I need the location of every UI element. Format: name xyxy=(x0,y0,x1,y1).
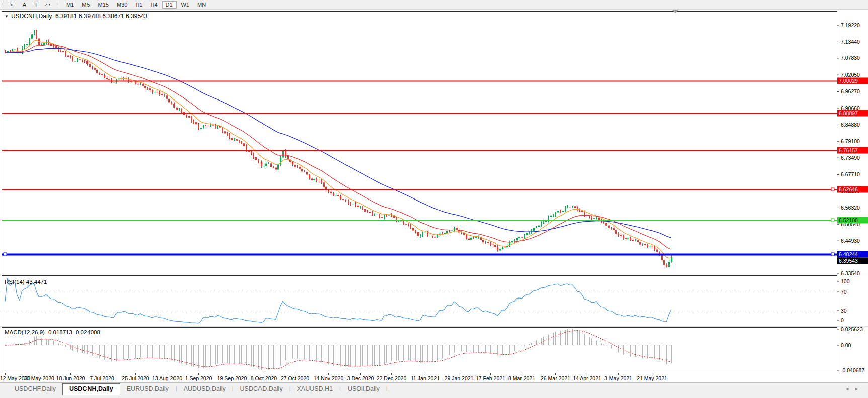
date-tick-label: 27 Oct 2020 xyxy=(281,375,309,381)
price-tick-label: 6.79100 xyxy=(841,138,860,144)
chart-tab-usdchf[interactable]: USDCHF,Daily xyxy=(8,384,62,395)
main-panel-border xyxy=(2,12,837,276)
line-handle[interactable] xyxy=(831,219,834,222)
macd-panel-border xyxy=(2,328,837,373)
price-tick-label: 7.02050 xyxy=(841,72,860,78)
date-tick-label: 7 Jul 2020 xyxy=(90,375,114,381)
line-handle[interactable] xyxy=(4,253,7,256)
rsi-tick-label: 70 xyxy=(841,289,847,295)
rsi-line xyxy=(5,278,671,323)
chart-ohlc-values: 6.39181 6.39788 6.38671 6.39543 xyxy=(55,13,148,20)
mt4-window: FAT↕▾ M1M5M15M30H1H4D1W1MN 7.192207.1344… xyxy=(0,0,868,398)
date-tick-label: 18 Jun 2020 xyxy=(56,375,85,381)
svg-text:6.62646: 6.62646 xyxy=(839,186,858,192)
price-tick-label: 6.56320 xyxy=(841,205,860,211)
chart-tab-eurusd[interactable]: EURUSD,Daily xyxy=(120,384,176,395)
date-tick-label: 21 May 2021 xyxy=(637,375,667,381)
chart-tab-audusd[interactable]: AUDUSD,Daily xyxy=(177,384,232,395)
date-tick-label: 26 Mar 2021 xyxy=(541,375,570,381)
price-tick-label: 6.33540 xyxy=(841,270,860,276)
date-tick-label: 3 May 2021 xyxy=(604,375,632,381)
chart-tab-usdcad[interactable]: USDCAD,Daily xyxy=(234,384,289,395)
line-handle[interactable] xyxy=(831,188,834,191)
macd-indicator-label: MACD(12,26,9) -0.018713 -0.024008 xyxy=(5,329,100,335)
tab-separator: | xyxy=(386,385,388,395)
price-tick-label: 7.13440 xyxy=(841,39,860,45)
rsi-tick-label: 30 xyxy=(841,308,847,314)
price-tick-label: 6.73490 xyxy=(841,155,860,161)
date-tick-label: 29 Jan 2021 xyxy=(445,375,474,381)
rsi-tick-label: 100 xyxy=(841,278,850,284)
macd-tick-label: 0.025623 xyxy=(841,326,863,332)
rsi-name: RSI(14) xyxy=(5,279,25,285)
macd-signal-value: -0.024008 xyxy=(74,329,100,335)
date-tick-label: 19 Sep 2020 xyxy=(217,375,247,381)
date-tick-label: 11 Jan 2021 xyxy=(411,375,440,381)
date-tick-label: 17 Feb 2021 xyxy=(476,375,505,381)
svg-text:7.00029: 7.00029 xyxy=(839,78,858,84)
chart-symbol-label: USDCNH,Daily xyxy=(11,13,52,20)
chart-canvas[interactable]: 7.192207.134407.078307.020506.962706.906… xyxy=(0,0,868,398)
date-tick-label: 8 Oct 2020 xyxy=(251,375,277,381)
rsi-panel-border xyxy=(2,277,837,326)
price-tick-label: 6.96270 xyxy=(841,88,860,94)
macd-histogram xyxy=(6,329,672,370)
date-tick-label: 1 Sep 2020 xyxy=(185,375,212,381)
svg-text:6.88897: 6.88897 xyxy=(839,110,858,116)
tab-scroll-left-icon[interactable]: ◄ xyxy=(845,386,849,391)
date-tick-label: 3 Dec 2020 xyxy=(347,375,374,381)
rsi-indicator-label: RSI(14) 43.4471 xyxy=(5,279,47,285)
horizontal-line-6.40244[interactable] xyxy=(2,253,837,256)
moving-average-8 xyxy=(5,40,671,258)
price-tick-label: 7.19220 xyxy=(841,22,860,28)
price-badge: 7.00029 xyxy=(837,78,868,84)
price-badge: 6.62646 xyxy=(837,186,868,193)
macd-name: MACD(12,26,9) xyxy=(5,329,45,335)
tab-scroll-right-icon[interactable]: ► xyxy=(854,386,859,391)
macd-value: -0.018713 xyxy=(46,329,72,335)
price-badge: 6.52108 xyxy=(837,217,868,224)
macd-tick-label: -0.040687 xyxy=(841,367,864,373)
svg-text:6.52108: 6.52108 xyxy=(839,217,858,223)
chart-tabs: USDCHF,DailyUSDCNH,DailyEURUSD,Daily|AUD… xyxy=(8,383,388,395)
chart-tab-usoil[interactable]: USOil,Daily xyxy=(341,384,386,395)
rsi-value: 43.4471 xyxy=(26,279,47,285)
date-tick-label: 14 Apr 2021 xyxy=(573,375,601,381)
date-tick-label: 22 Dec 2020 xyxy=(377,375,407,381)
svg-text:6.39543: 6.39543 xyxy=(839,258,858,264)
horizontal-line-6.52108[interactable] xyxy=(2,219,837,222)
chart-title: ▼USDCNH,Daily 6.39181 6.39788 6.38671 6.… xyxy=(5,13,147,20)
date-tick-label: 8 Mar 2021 xyxy=(508,375,535,381)
date-tick-label: 13 Aug 2020 xyxy=(152,375,182,381)
chart-tabs-bar: USDCHF,DailyUSDCNH,DailyEURUSD,Daily|AUD… xyxy=(0,382,868,398)
price-tick-label: 6.44930 xyxy=(841,238,860,244)
chart-tab-usdcnh[interactable]: USDCNH,Daily xyxy=(62,383,120,395)
price-badge: 6.76157 xyxy=(837,147,868,154)
svg-text:6.40244: 6.40244 xyxy=(839,251,858,257)
price-badge: 6.40244 xyxy=(837,251,868,258)
date-tick-label: 14 Nov 2020 xyxy=(314,375,344,381)
price-tick-label: 6.67710 xyxy=(841,171,860,177)
chart-tab-xauusd[interactable]: XAUUSD,H1 xyxy=(291,384,340,395)
horizontal-line-6.62646[interactable] xyxy=(2,188,837,191)
price-badge: 6.39543 xyxy=(837,258,868,264)
price-tick-label: 6.84880 xyxy=(841,122,860,128)
chevron-down-icon[interactable]: ▼ xyxy=(5,14,9,19)
price-badge: 6.88897 xyxy=(837,110,868,117)
line-handle[interactable] xyxy=(831,253,834,256)
price-tick-label: 7.07830 xyxy=(841,55,860,61)
date-tick-label: 25 Jul 2020 xyxy=(122,375,149,381)
macd-tick-label: 0.00 xyxy=(841,342,851,348)
tab-scroll-arrows: ◄► xyxy=(840,386,859,391)
svg-text:6.76157: 6.76157 xyxy=(839,147,858,153)
candlesticks xyxy=(5,30,672,267)
rsi-tick-label: 0 xyxy=(841,317,844,323)
date-tick-label: 30 May 2020 xyxy=(24,375,54,381)
